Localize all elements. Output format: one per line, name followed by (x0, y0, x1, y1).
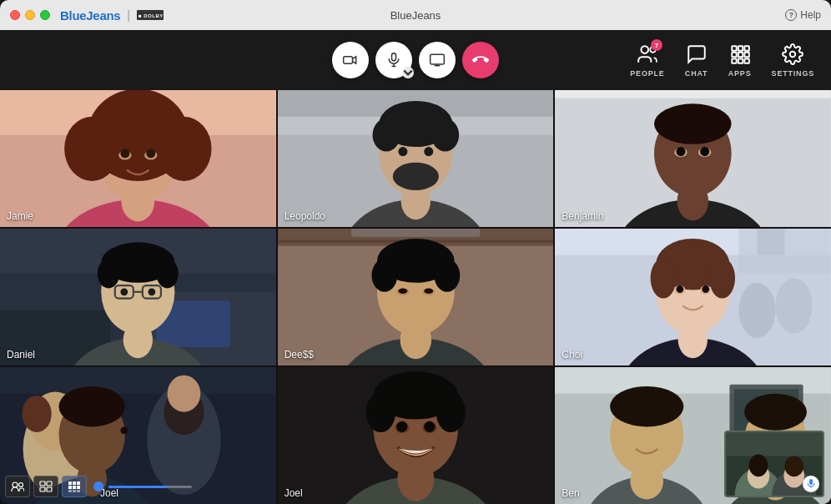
app-body: 7 PEOPLE CHAT (0, 30, 831, 504)
svg-rect-130 (68, 486, 72, 489)
svg-rect-124 (47, 481, 52, 486)
svg-point-162 (610, 386, 683, 426)
svg-rect-128 (73, 481, 76, 485)
svg-rect-132 (77, 486, 80, 489)
svg-rect-126 (47, 487, 52, 491)
svg-rect-134 (73, 490, 76, 492)
svg-point-30 (99, 90, 177, 144)
svg-point-122 (19, 483, 23, 487)
svg-point-141 (365, 392, 395, 432)
video-cell-choi: Choi (555, 229, 831, 365)
apps-label: APPS (728, 69, 752, 78)
participant-name-benjamin: Benjamin (562, 210, 603, 222)
svg-point-42 (372, 118, 400, 152)
apps-nav-button[interactable]: APPS (728, 43, 752, 78)
self-view (724, 431, 824, 497)
svg-rect-81 (351, 229, 480, 237)
svg-point-34 (146, 149, 155, 158)
slider-track[interactable] (108, 486, 192, 488)
svg-point-54 (654, 103, 732, 144)
help-button[interactable]: ? Help (785, 9, 821, 21)
people-nav-button[interactable]: 7 PEOPLE (630, 43, 664, 78)
svg-point-145 (396, 421, 407, 432)
svg-point-9 (641, 46, 648, 53)
video-cell-leopoldo: Leopoldo (278, 90, 554, 227)
minimize-button[interactable] (25, 10, 35, 20)
svg-point-167 (749, 455, 768, 477)
svg-rect-125 (40, 487, 45, 491)
svg-point-46 (392, 163, 438, 190)
main-window: BlueJeans | ■ DOLBY VOICE BlueJeans ? He… (0, 0, 831, 504)
brand-area: BlueJeans | ■ DOLBY VOICE (60, 8, 164, 23)
title-bar: BlueJeans | ■ DOLBY VOICE BlueJeans ? He… (0, 0, 831, 30)
toolbar-center (332, 42, 499, 78)
svg-rect-11 (732, 46, 736, 50)
zoom-slider-container (93, 481, 192, 491)
end-call-button[interactable] (462, 42, 499, 78)
chat-nav-icon (685, 43, 708, 66)
video-cell-daniel: Daniel (0, 229, 276, 365)
svg-rect-18 (738, 58, 742, 63)
people-nav-icon: 7 (636, 43, 659, 66)
svg-rect-48 (555, 90, 831, 98)
video-cell-joel2: Joel (278, 367, 554, 504)
svg-rect-19 (744, 58, 748, 63)
svg-point-91 (424, 288, 433, 294)
slider-fill (108, 486, 167, 488)
svg-point-96 (739, 283, 776, 338)
svg-rect-16 (744, 53, 748, 57)
svg-point-20 (790, 52, 796, 58)
svg-point-146 (424, 421, 435, 432)
svg-rect-131 (73, 486, 76, 489)
mic-button[interactable] (375, 42, 412, 78)
video-cell-benjamin: Benjamin (555, 90, 831, 227)
svg-rect-135 (77, 490, 80, 492)
grid-view-button[interactable] (62, 476, 87, 497)
maximize-button[interactable] (40, 10, 50, 20)
participant-name-deedee: Dee$$ (285, 349, 314, 360)
svg-point-119 (59, 386, 125, 426)
svg-point-155 (744, 394, 807, 431)
traffic-lights (10, 10, 50, 20)
help-label: Help (800, 9, 821, 21)
chat-label: CHAT (685, 69, 708, 78)
close-button[interactable] (10, 10, 20, 20)
video-cell-jamie: Jamie (0, 90, 276, 227)
svg-rect-15 (738, 53, 742, 57)
toolbar-right: 7 PEOPLE CHAT (630, 43, 814, 78)
screen-share-button[interactable] (419, 42, 456, 78)
help-circle-icon: ? (785, 9, 797, 21)
mic-dropdown-icon[interactable] (402, 67, 414, 78)
svg-point-90 (398, 288, 407, 294)
brand-logo: BlueJeans (60, 8, 120, 23)
slider-dot (93, 481, 103, 491)
brand-divider: | (127, 8, 130, 22)
svg-rect-171 (809, 479, 813, 485)
self-view-mic-button[interactable] (803, 476, 819, 492)
svg-rect-6 (431, 54, 445, 64)
svg-rect-133 (68, 490, 72, 492)
svg-point-75 (148, 288, 155, 295)
participant-name-choi: Choi (562, 349, 582, 360)
svg-point-120 (120, 426, 128, 434)
svg-rect-127 (68, 481, 72, 485)
svg-rect-95 (758, 229, 785, 255)
card-view-button[interactable] (33, 476, 58, 497)
svg-rect-13 (744, 46, 748, 50)
svg-point-33 (120, 149, 129, 158)
svg-rect-2 (344, 57, 353, 63)
svg-text:■ DOLBY VOICE: ■ DOLBY VOICE (138, 13, 164, 18)
settings-label: SETTINGS (772, 69, 814, 78)
svg-point-70 (156, 259, 178, 288)
video-grid: Jamie (0, 90, 831, 504)
svg-rect-12 (738, 46, 742, 50)
svg-point-45 (424, 147, 433, 156)
people-view-button[interactable] (5, 476, 30, 497)
chat-nav-button[interactable]: CHAT (685, 43, 708, 78)
svg-point-103 (709, 258, 735, 298)
video-button[interactable] (332, 42, 369, 78)
svg-rect-17 (732, 58, 736, 63)
toolbar: 7 PEOPLE CHAT (0, 30, 831, 90)
svg-rect-14 (732, 53, 736, 57)
settings-nav-button[interactable]: SETTINGS (772, 43, 814, 78)
